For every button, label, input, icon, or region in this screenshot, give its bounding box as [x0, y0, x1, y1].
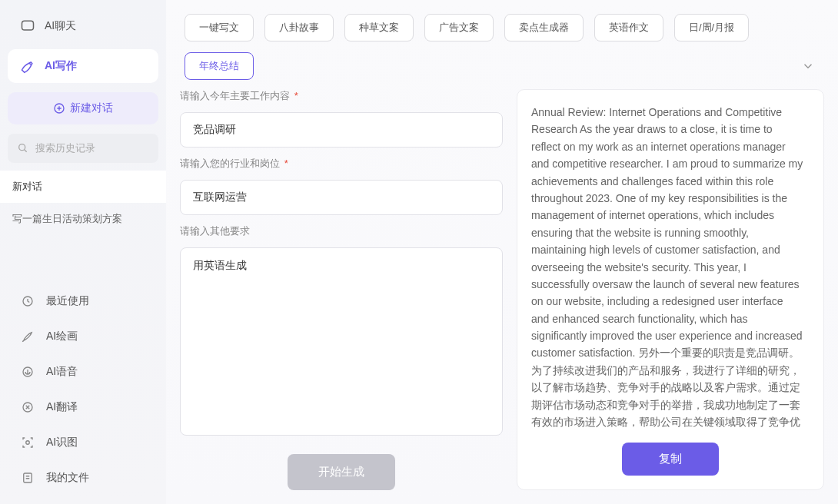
nav-label: AI聊天: [45, 19, 76, 33]
nav-ai-chat[interactable]: AI聊天: [8, 9, 158, 43]
tab-selling-point[interactable]: 卖点生成器: [504, 14, 584, 41]
tool-recent[interactable]: 最近使用: [8, 284, 158, 318]
svg-rect-7: [24, 473, 32, 482]
nav-label: AI写作: [45, 59, 77, 73]
field-label-work: 请输入今年主要工作内容 *: [180, 89, 503, 103]
tab-ad[interactable]: 广告文案: [424, 14, 494, 41]
industry-input[interactable]: [180, 180, 503, 215]
work-content-input[interactable]: [180, 112, 503, 148]
tab-annual[interactable]: 年终总结: [185, 52, 254, 80]
tab-gossip[interactable]: 八卦故事: [264, 14, 334, 41]
file-icon: [20, 470, 35, 486]
field-label-other: 请输入其他要求: [180, 224, 503, 238]
history-item[interactable]: 新对话: [0, 171, 166, 203]
chat-icon: [20, 18, 35, 34]
tool-translate[interactable]: AI翻译: [8, 390, 158, 424]
nav-ai-write[interactable]: AI写作: [8, 49, 158, 83]
tool-scan[interactable]: AI识图: [8, 426, 158, 459]
translate-icon: [20, 400, 35, 415]
tool-voice[interactable]: AI语音: [8, 355, 158, 389]
generate-button[interactable]: 开始生成: [288, 454, 395, 490]
svg-point-2: [19, 144, 25, 151]
new-chat-label: 新建对话: [70, 101, 113, 115]
form-panel: 请输入今年主要工作内容 * 请输入您的行业和岗位 * 请输入其他要求 开始生成: [180, 89, 503, 490]
tool-label: AI翻译: [46, 400, 78, 414]
svg-rect-0: [22, 21, 34, 30]
new-chat-button[interactable]: 新建对话: [8, 92, 158, 124]
other-requirements-textarea[interactable]: [180, 247, 503, 436]
tab-quick-write[interactable]: 一键写文: [185, 14, 254, 41]
output-text[interactable]: Annual Review: Internet Operations and C…: [531, 104, 810, 430]
history-item[interactable]: 写一篇生日活动策划方案: [0, 203, 166, 235]
tool-files[interactable]: 我的文件: [8, 461, 158, 495]
plus-circle-icon: [53, 102, 65, 114]
sidebar: AI聊天 AI写作 新建对话 搜索历史记录 新对话 写一篇生日活动策划方案 最近…: [0, 0, 166, 504]
field-label-industry: 请输入您的行业和岗位 *: [180, 157, 503, 171]
chevron-down-icon[interactable]: [796, 55, 820, 78]
scan-icon: [20, 435, 35, 450]
tool-label: AI识图: [46, 436, 78, 449]
search-input[interactable]: 搜索历史记录: [8, 134, 158, 163]
history-list: 新对话 写一篇生日活动策划方案: [0, 171, 166, 235]
tool-label: AI语音: [46, 365, 78, 379]
output-panel: Annual Review: Internet Operations and C…: [517, 89, 824, 490]
clock-icon: [20, 293, 35, 309]
write-icon: [20, 58, 35, 74]
tool-label: AI绘画: [46, 330, 78, 343]
main-content: 一键写文 八卦故事 种草文案 广告文案 卖点生成器 英语作文 日/周/月报 年终…: [166, 0, 838, 504]
tab-planting[interactable]: 种草文案: [344, 14, 414, 41]
tool-label: 我的文件: [46, 471, 89, 485]
svg-point-6: [26, 441, 30, 445]
tool-draw[interactable]: AI绘画: [8, 320, 158, 353]
template-tabs: 一键写文 八卦故事 种草文案 广告文案 卖点生成器 英语作文 日/周/月报 年终…: [166, 0, 838, 89]
brush-icon: [20, 329, 35, 344]
copy-button[interactable]: 复制: [622, 443, 719, 476]
tab-english[interactable]: 英语作文: [594, 14, 663, 41]
tool-label: 最近使用: [46, 294, 89, 308]
search-icon: [17, 142, 29, 154]
search-placeholder: 搜索历史记录: [35, 141, 95, 155]
tab-report[interactable]: 日/周/月报: [674, 14, 749, 41]
audio-icon: [20, 364, 35, 380]
